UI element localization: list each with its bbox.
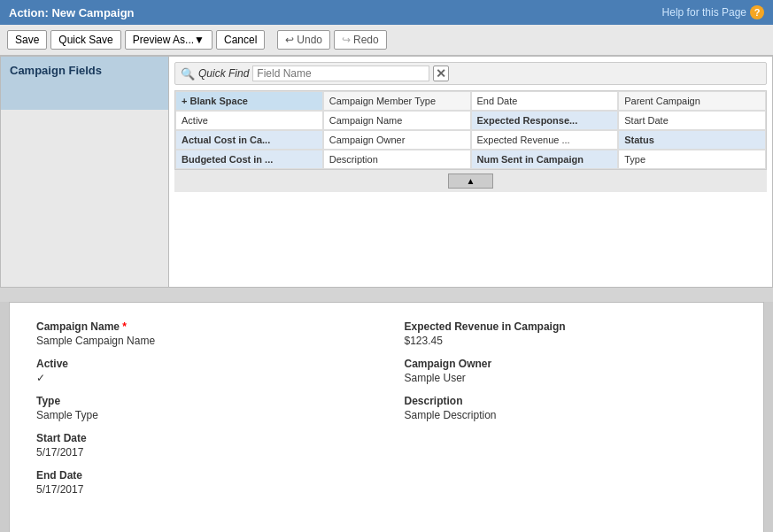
preview-field-value: ✓ xyxy=(36,372,369,384)
preview-field-label: Expected Revenue in Campaign xyxy=(405,320,738,333)
section-divider xyxy=(0,288,773,302)
page-title: Action: New Campaign xyxy=(9,6,135,19)
field-cell[interactable]: Campaign Name xyxy=(323,111,471,130)
preview-field-value: $123.45 xyxy=(405,335,738,347)
preview-field-value: Sample User xyxy=(405,372,738,384)
preview-field-label: Campaign Owner xyxy=(405,358,738,370)
help-label: Help for this Page xyxy=(662,6,746,19)
preview-field: TypeSample Type xyxy=(36,395,369,421)
sidebar-title: Campaign Fields xyxy=(1,57,168,110)
search-icon: 🔍 xyxy=(181,67,195,81)
toolbar: Save Quick Save Preview As...▼ Cancel Un… xyxy=(0,25,773,56)
preview-as-button[interactable]: Preview As...▼ xyxy=(125,30,213,50)
field-cell[interactable]: Status xyxy=(618,130,766,150)
help-icon: ? xyxy=(750,5,764,19)
preview-field: Campaign Name *Sample Campaign Name xyxy=(36,320,369,347)
undo-icon xyxy=(285,34,294,46)
preview-field: Expected Revenue in Campaign$123.45 xyxy=(405,320,738,347)
field-cell[interactable]: Actual Cost in Ca... xyxy=(175,130,323,150)
save-button[interactable]: Save xyxy=(7,30,47,50)
preview-field-label: Type xyxy=(36,395,369,407)
preview-field-value: Sample Campaign Name xyxy=(36,335,369,347)
page-header: Action: New Campaign Help for this Page … xyxy=(0,0,773,25)
preview-field: Campaign OwnerSample User xyxy=(405,358,738,384)
preview-field-label: Description xyxy=(405,395,738,407)
field-cell[interactable]: Active xyxy=(175,111,323,130)
quick-save-button[interactable]: Quick Save xyxy=(50,30,120,50)
scroll-bar-area: ▲ xyxy=(174,170,767,192)
help-link[interactable]: Help for this Page ? xyxy=(662,5,764,19)
field-area: 🔍 Quick Find ✕ + Blank SpaceCampaign Mem… xyxy=(169,57,772,287)
cancel-button[interactable]: Cancel xyxy=(216,30,265,50)
field-cell[interactable]: Description xyxy=(323,150,471,169)
main-container: Campaign Fields 🔍 Quick Find ✕ + Blank S… xyxy=(0,56,773,288)
preview-field-value: 5/17/2017 xyxy=(36,483,369,496)
field-cell[interactable]: Campaign Member Type xyxy=(323,91,471,111)
preview-grid: Campaign Name *Sample Campaign NameActiv… xyxy=(36,320,737,506)
field-cell[interactable]: Start Date xyxy=(618,111,766,130)
preview-left-column: Campaign Name *Sample Campaign NameActiv… xyxy=(36,320,369,506)
preview-section: Campaign Name *Sample Campaign NameActiv… xyxy=(9,302,764,532)
preview-field-label: Campaign Name * xyxy=(36,320,369,333)
redo-button[interactable]: Redo xyxy=(334,30,387,50)
preview-field-value: 5/17/2017 xyxy=(36,446,369,459)
sidebar: Campaign Fields xyxy=(1,57,169,287)
field-cell[interactable]: Campaign Owner xyxy=(323,130,471,150)
preview-field-value: Sample Description xyxy=(405,409,738,421)
fields-grid: + Blank SpaceCampaign Member TypeEnd Dat… xyxy=(174,90,767,170)
quick-find-label: Quick Find xyxy=(198,67,249,80)
preview-field-label: Start Date xyxy=(36,432,369,444)
redo-icon xyxy=(342,34,351,46)
field-cell[interactable]: End Date xyxy=(471,91,619,111)
preview-field-label: End Date xyxy=(36,469,369,482)
field-cell[interactable]: + Blank Space xyxy=(175,91,323,111)
quick-find-bar: 🔍 Quick Find ✕ xyxy=(174,62,767,85)
undo-button[interactable]: Undo xyxy=(277,30,330,50)
scroll-up-arrow[interactable]: ▲ xyxy=(448,173,494,189)
field-cell[interactable]: Type xyxy=(618,150,766,169)
preview-field-value: Sample Type xyxy=(36,409,369,421)
preview-field: Active✓ xyxy=(36,358,369,384)
quick-find-input[interactable] xyxy=(252,66,429,81)
field-cell[interactable]: Expected Response... xyxy=(471,111,619,130)
preview-right-column: Expected Revenue in Campaign$123.45Campa… xyxy=(405,320,738,506)
field-cell[interactable]: Expected Revenue ... xyxy=(471,130,619,150)
preview-field-label: Active xyxy=(36,358,369,370)
field-cell[interactable]: Num Sent in Campaign xyxy=(471,150,619,169)
clear-button[interactable]: ✕ xyxy=(433,66,449,81)
field-cell[interactable]: Budgeted Cost in ... xyxy=(175,150,323,169)
field-cell[interactable]: Parent Campaign xyxy=(618,91,766,111)
preview-field: DescriptionSample Description xyxy=(405,395,738,421)
preview-field: Start Date5/17/2017 xyxy=(36,432,369,459)
preview-field: End Date5/17/2017 xyxy=(36,469,369,496)
